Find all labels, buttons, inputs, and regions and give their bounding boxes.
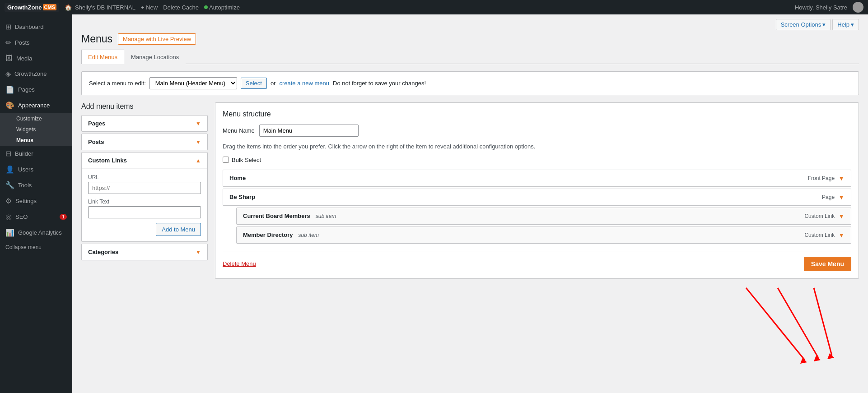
bulk-select-label: Bulk Select xyxy=(232,157,261,163)
sidebar-item-tools[interactable]: 🔧 Tools xyxy=(0,177,72,193)
url-field: URL xyxy=(88,174,201,194)
menu-item-home-expand-icon[interactable]: ▼ xyxy=(838,175,845,182)
analytics-icon: 📊 xyxy=(5,228,14,237)
admin-sidebar: ⊞ Dashboard ✏ Posts 🖼 Media ◈ GrowthZone… xyxy=(0,14,72,393)
sidebar-item-media[interactable]: 🖼 Media xyxy=(0,51,72,66)
accordion-custom-links-header[interactable]: Custom Links ▲ xyxy=(82,153,207,168)
accordion-custom-links-label: Custom Links xyxy=(88,157,127,164)
menu-item-board-expand-icon[interactable]: ▼ xyxy=(838,213,845,220)
screen-options-button[interactable]: Screen Options ▾ xyxy=(776,19,831,30)
url-input[interactable] xyxy=(88,182,201,194)
help-label: Help xyxy=(837,21,849,28)
menu-structure-panel: Menu structure Menu Name Drag the items … xyxy=(215,102,859,279)
help-chevron-icon: ▾ xyxy=(851,21,854,28)
accordion-categories-header[interactable]: Categories ▼ xyxy=(82,244,207,260)
menu-select-dropdown[interactable]: Main Menu (Header Menu) Footer Menu xyxy=(149,77,237,89)
growthzone-icon: ◈ xyxy=(5,69,11,78)
menu-item-be-sharp-expand-icon[interactable]: ▼ xyxy=(838,194,845,201)
accordion-categories-label: Categories xyxy=(88,249,118,255)
new-link[interactable]: + New xyxy=(141,4,158,11)
add-to-menu-button[interactable]: Add to Menu xyxy=(156,223,201,236)
menu-item-board-label: Current Board Members xyxy=(243,213,310,219)
accordion-posts-header[interactable]: Posts ▼ xyxy=(82,134,207,150)
logo-text-gz: GrowthZone xyxy=(7,4,42,11)
or-text: or xyxy=(271,80,276,87)
submenu-item-menus[interactable]: Menus xyxy=(0,135,72,146)
sidebar-item-label-settings: Settings xyxy=(15,198,37,204)
menu-item-current-board-members: Current Board Members sub item Custom Li… xyxy=(236,208,851,225)
accordion-pages-header[interactable]: Pages ▼ xyxy=(82,116,207,131)
menu-item-be-sharp-left: Be Sharp xyxy=(229,194,255,200)
sidebar-item-google-analytics[interactable]: 📊 Google Analytics xyxy=(0,225,72,240)
admin-bar-left: GrowthZone CMS 🏠 Shelly's DB INTERNAL + … xyxy=(5,3,240,12)
seo-icon: ◎ xyxy=(5,213,12,221)
menu-name-input[interactable] xyxy=(259,125,359,137)
menu-item-board-right: Custom Link ▼ xyxy=(804,213,845,220)
menu-item-directory-type: Custom Link xyxy=(804,232,835,238)
admin-bar: GrowthZone CMS 🏠 Shelly's DB INTERNAL + … xyxy=(0,0,868,14)
tab-manage-locations[interactable]: Manage Locations xyxy=(124,50,186,64)
site-name-link[interactable]: 🏠 Shelly's DB INTERNAL xyxy=(65,4,135,11)
posts-icon: ✏ xyxy=(5,38,11,47)
bulk-select-checkbox[interactable] xyxy=(223,157,229,163)
menu-name-label: Menu Name xyxy=(223,127,255,134)
screen-options-bar: Screen Options ▾ Help ▾ xyxy=(81,19,859,30)
site-logo[interactable]: GrowthZone CMS xyxy=(5,3,59,12)
admin-bar-right: Howdy, Shelly Satre xyxy=(795,2,863,13)
sidebar-item-label-dashboard: Dashboard xyxy=(15,23,44,30)
menu-item-home-left: Home xyxy=(229,175,246,181)
menu-item-home-type: Front Page xyxy=(808,175,835,181)
sidebar-item-label-tools: Tools xyxy=(18,182,32,189)
menu-item-board-type: Custom Link xyxy=(804,213,835,219)
sidebar-item-label-users: Users xyxy=(18,166,33,173)
avatar[interactable] xyxy=(853,2,863,13)
bulk-select-row: Bulk Select xyxy=(223,157,851,163)
accordion-categories-arrow-icon: ▼ xyxy=(196,249,201,255)
sidebar-item-label-pages: Pages xyxy=(18,86,35,93)
menu-item-directory-expand-icon[interactable]: ▼ xyxy=(838,231,845,239)
wp-layout: ⊞ Dashboard ✏ Posts 🖼 Media ◈ GrowthZone… xyxy=(0,14,868,393)
collapse-menu-button[interactable]: Collapse menu xyxy=(0,240,72,254)
appearance-icon: 🎨 xyxy=(5,101,14,110)
menu-select-bar: Select a menu to edit: Main Menu (Header… xyxy=(81,71,859,95)
accordion-posts-arrow-icon: ▼ xyxy=(196,139,201,145)
sidebar-item-growthzone[interactable]: ◈ GrowthZone xyxy=(0,66,72,82)
sidebar-item-seo[interactable]: ◎ SEO 1 xyxy=(0,209,72,225)
create-new-menu-link[interactable]: create a new menu xyxy=(279,80,329,87)
menus-columns: Add menu items Pages ▼ Posts ▼ Custom xyxy=(81,102,859,279)
delete-cache-link[interactable]: Delete Cache xyxy=(163,4,199,11)
accordion-categories: Categories ▼ xyxy=(81,244,208,260)
sidebar-item-users[interactable]: 👤 Users xyxy=(0,162,72,177)
sidebar-item-pages[interactable]: 📄 Pages xyxy=(0,82,72,97)
seo-badge: 1 xyxy=(60,214,67,220)
add-menu-items-panel: Add menu items Pages ▼ Posts ▼ Custom xyxy=(81,102,208,262)
appearance-submenu: Customize Widgets Menus xyxy=(0,113,72,146)
sidebar-item-builder[interactable]: ⊟ Builder xyxy=(0,146,72,162)
dashboard-icon: ⊞ xyxy=(5,23,11,31)
submenu-item-widgets[interactable]: Widgets xyxy=(0,124,72,135)
live-preview-button[interactable]: Manage with Live Preview xyxy=(118,33,196,45)
help-button[interactable]: Help ▾ xyxy=(832,19,859,30)
delete-menu-link[interactable]: Delete Menu xyxy=(223,260,256,267)
sidebar-item-appearance[interactable]: 🎨 Appearance xyxy=(0,97,72,113)
link-text-input[interactable] xyxy=(88,206,201,218)
tab-edit-menus[interactable]: Edit Menus xyxy=(81,50,124,64)
url-label: URL xyxy=(88,174,201,180)
accordion-pages-label: Pages xyxy=(88,120,105,127)
menu-item-home-inner: Home Front Page ▼ xyxy=(223,170,851,186)
autoptimize-link[interactable]: Autoptimize xyxy=(204,4,240,11)
save-menu-button[interactable]: Save Menu xyxy=(804,257,851,271)
home-icon: 🏠 xyxy=(65,4,72,11)
submenu-item-customize[interactable]: Customize xyxy=(0,113,72,124)
menu-name-row: Menu Name xyxy=(223,125,851,137)
sidebar-item-dashboard[interactable]: ⊞ Dashboard xyxy=(0,19,72,35)
menu-item-home: Home Front Page ▼ xyxy=(223,170,851,187)
select-button[interactable]: Select xyxy=(241,78,267,89)
screen-options-label: Screen Options xyxy=(781,21,821,28)
tools-icon: 🔧 xyxy=(5,181,14,190)
site-name: Shelly's DB INTERNAL xyxy=(75,4,135,11)
save-reminder-text: Do not forget to save your changes! xyxy=(333,80,426,87)
page-title-area: Menus Manage with Live Preview xyxy=(81,33,859,45)
sidebar-item-posts[interactable]: ✏ Posts xyxy=(0,35,72,51)
sidebar-item-settings[interactable]: ⚙ Settings xyxy=(0,193,72,209)
